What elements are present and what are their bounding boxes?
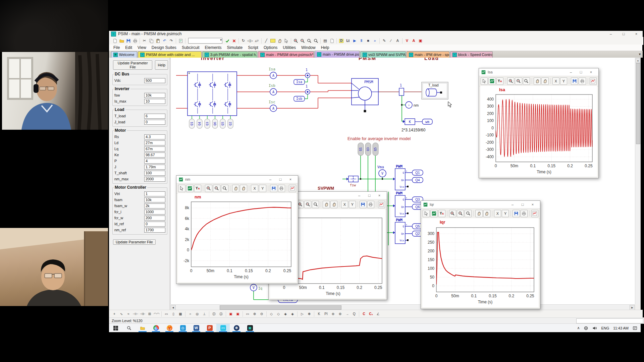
cccs-icon[interactable]: ◈ [282,311,289,317]
pan-icon[interactable] [276,38,283,44]
plot-window-iqr[interactable]: Iqr – □ × YAXY 050m0.10.150.20.253002502… [421,200,540,309]
param-input-fsw[interactable]: 10k [144,93,165,98]
param-input-t-load[interactable]: 6 [144,114,165,119]
add-measure-icon[interactable] [289,185,296,192]
scroll-up-icon[interactable]: ▲ [636,58,640,63]
cut-icon[interactable]: ✂ [141,38,148,44]
add-y-axis-icon[interactable]: YA [438,210,445,217]
add-measure-icon[interactable] [531,210,538,217]
flip-lr-icon[interactable]: ◁▷ [247,38,253,44]
add-measure-icon[interactable] [590,77,597,85]
menu-view[interactable]: View [135,45,149,50]
load-title[interactable]: Load [424,58,439,61]
cap-icon[interactable]: ⊣⊢ [132,311,139,317]
tab-vsi3-svpwm[interactable]: ⌁vsi3 SPWM and SVPWM.psi... [360,51,406,58]
taskbar-screen-share[interactable]: ▭ [216,324,230,332]
param-input-fsam[interactable]: 10k [144,197,165,202]
menu-subcircuit[interactable]: Subcircuit [179,45,202,50]
minimize-button[interactable]: – [566,70,576,74]
speed-sensor-block[interactable]: 1 [399,83,404,96]
x-axis-settings-icon[interactable]: X [251,185,258,192]
minimize-button[interactable]: – [507,202,518,206]
zoom-back-icon[interactable] [523,77,530,85]
probe2-icon[interactable]: ◎ [194,311,201,317]
k-gain-block[interactable]: K wm [403,119,432,125]
minimize-button[interactable]: – [265,177,275,181]
speed-sensor-icon[interactable]: ⊚ [330,311,336,317]
close-button[interactable]: × [630,32,643,36]
source-ac-icon[interactable]: ⊖ [258,311,265,317]
param-input-ld[interactable]: 27m [144,140,165,145]
label-box-icon[interactable]: ▭ [244,311,251,317]
param-input-fsam-w[interactable]: 2k [144,203,165,208]
tab-main-pmsm-active[interactable]: ⌁main - PMSM drive.psim...× [315,51,360,58]
zoom-in-icon[interactable] [449,210,456,217]
scope-probe-icon[interactable]: ▣ [417,38,424,44]
param-input-fcr-i[interactable]: 1000 [144,209,165,215]
lt-simulate-icon[interactable]: Lt [345,38,351,44]
save-icon[interactable] [125,38,131,44]
param-input-j[interactable]: 1.79m [144,165,165,170]
y-axis-settings-icon[interactable]: Y [560,77,567,85]
pi-gain-icon[interactable]: PI [323,311,329,317]
angle-sensor-icon[interactable]: ∠ [375,311,381,317]
pwm-blocks[interactable]: PWM PWM PWM Q Qn Vcx Q Qn Vcx Q Qn Vcx [393,164,423,244]
k-gain-icon[interactable]: K [316,311,322,317]
update-parameter-file-button[interactable]: Update Parameter File [113,60,152,70]
inverter-title[interactable]: Inverter [201,58,225,61]
inductor-icon[interactable]: ◠◠ [153,311,160,317]
canvas-vscrollbar[interactable]: ▲ [635,58,641,304]
zoom-fit-icon[interactable] [313,38,319,44]
scope2-icon[interactable]: ▣ [234,311,241,317]
display-properties-icon[interactable] [186,185,194,192]
select-icon[interactable] [283,38,289,44]
taskbar-firefox[interactable]: 🦊 [163,324,176,332]
print-icon[interactable] [367,201,374,208]
inverter-bridge[interactable] [187,72,237,116]
svpwm-title[interactable]: SVPWM [318,186,334,191]
close-button[interactable]: × [586,70,596,74]
run-script-icon[interactable] [177,38,184,44]
close-button[interactable]: × [528,202,538,206]
sine-wave-icon[interactable]: ∿ [118,311,125,317]
sub-block2-icon[interactable]: ▯ [170,311,177,317]
maximize-button[interactable]: □ [364,193,374,197]
vccs-icon[interactable]: ◈ [289,311,296,317]
save-icon[interactable] [270,185,277,192]
save-icon[interactable] [360,201,367,208]
menu-window[interactable]: Window [299,45,318,50]
c2-block-icon[interactable]: C₂ [368,311,374,317]
c-block-icon[interactable]: C [361,311,367,317]
title-bar[interactable]: ⌁ PSIM - main - PMSM drive.psimsch – □ × [109,31,643,37]
text-tool-icon[interactable]: A [394,38,401,44]
current-sensors[interactable]: 1 1 Isa Isb [294,68,310,101]
param-input-j-load[interactable]: 0 [144,120,165,125]
bridge-gate-tags[interactable]: Q1 Q4 Q3 Q6 Q5 Q2 [189,116,233,128]
current-probe-icon[interactable]: A [411,38,417,44]
speaker-icon[interactable] [592,326,597,330]
scroll-right-icon[interactable]: ▶ [630,305,635,310]
switch-gate-icon[interactable]: Q [351,311,358,317]
ccs-icon[interactable]: ◇ [268,311,275,317]
taskbar-chrome[interactable] [149,324,163,332]
menu-script[interactable]: Script [245,45,261,50]
param-input-is-max[interactable]: 10 [144,99,165,104]
print-icon[interactable] [579,77,586,85]
taskbar-capture[interactable]: ▣ [243,324,257,332]
tab-speed-control[interactable]: ⌁block - Speed Control.psims... [450,51,493,58]
junction-icon[interactable]: + [111,311,118,317]
fsw-block[interactable]: 1 z fsw [346,176,358,187]
pan-icon[interactable] [483,210,490,217]
print-icon[interactable] [132,38,138,44]
tab-welcome[interactable]: ▦Welcome [111,51,137,58]
zoom-back-icon[interactable] [465,210,472,217]
pan-icon[interactable] [240,185,247,192]
add-y-axis-icon[interactable]: YA [194,185,202,192]
table-block-icon[interactable]: ▦ [177,311,184,317]
menu-edit[interactable]: Edit [122,45,135,50]
dc-bus-wires[interactable] [176,75,352,108]
save-icon[interactable] [571,77,578,85]
plot-window-titlebar[interactable]: nm – □ × [176,176,298,183]
sub-block-icon[interactable]: ▭ [163,311,170,317]
hscroll-thumb[interactable] [220,305,341,310]
